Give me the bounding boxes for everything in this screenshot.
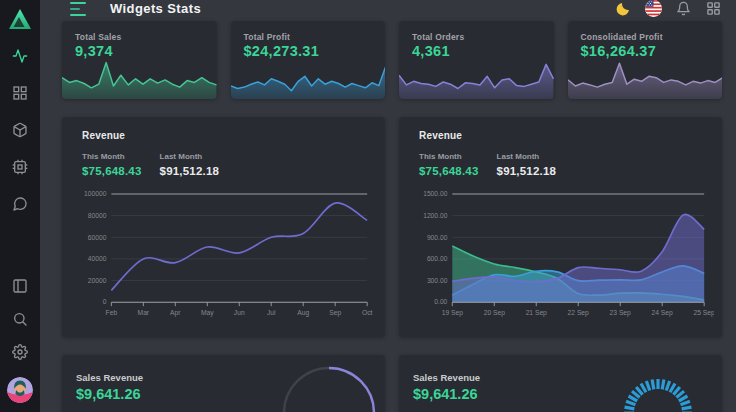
chat-icon[interactable] <box>12 196 28 212</box>
user-avatar[interactable] <box>7 377 33 403</box>
svg-text:80000: 80000 <box>88 212 107 219</box>
menu-icon[interactable] <box>70 2 88 16</box>
topbar: Widgets Stats <box>40 0 736 17</box>
svg-text:0: 0 <box>103 298 107 305</box>
consolidated-profit-sparkline <box>568 55 723 99</box>
search-icon[interactable] <box>12 311 28 327</box>
svg-text:23 Sep: 23 Sep <box>610 309 631 317</box>
sales-revenue-card-donut: Sales Revenue $9,641.26 <box>62 355 385 412</box>
svg-text:600.00: 600.00 <box>427 255 448 262</box>
metric-this-month: This Month $75,648.43 <box>419 152 479 177</box>
bell-icon[interactable] <box>675 0 692 17</box>
apps-icon[interactable] <box>705 0 722 17</box>
metric-last-month: Last Month $91,512.18 <box>160 152 220 177</box>
svg-text:Jun: Jun <box>234 309 245 316</box>
metric-this-month: This Month $75,648.43 <box>82 152 142 177</box>
card-title: Revenue <box>72 130 377 141</box>
svg-text:Jul: Jul <box>267 309 276 316</box>
svg-text:Apr: Apr <box>170 309 181 317</box>
stat-label: Total Orders <box>399 21 554 42</box>
revenue-card-daily: Revenue This Month $75,648.43 Last Month… <box>399 117 722 337</box>
svg-text:22 Sep: 22 Sep <box>568 309 589 317</box>
svg-text:900.00: 900.00 <box>427 234 448 241</box>
sales-revenue-card-gauge: Sales Revenue $9,641.26 <box>399 355 722 412</box>
gauge-chart <box>618 367 698 412</box>
metric-last-month: Last Month $91,512.18 <box>497 152 557 177</box>
svg-text:40000: 40000 <box>88 255 107 262</box>
svg-text:24 Sep: 24 Sep <box>652 309 673 317</box>
layout-icon[interactable] <box>12 278 28 294</box>
card-title: Revenue <box>409 130 714 141</box>
stat-card-total-profit: Total Profit $24,273.31 <box>231 21 386 99</box>
grid-icon[interactable] <box>12 85 28 101</box>
svg-text:1500.00: 1500.00 <box>423 190 447 197</box>
svg-text:Aug: Aug <box>297 309 309 317</box>
svg-text:May: May <box>201 309 214 317</box>
revenue-row: Revenue This Month $75,648.43 Last Month… <box>62 117 722 337</box>
stat-card-total-sales: Total Sales 9,374 <box>62 21 217 99</box>
svg-text:21 Sep: 21 Sep <box>526 309 547 317</box>
svg-text:1200.00: 1200.00 <box>423 212 447 219</box>
topbar-actions <box>615 0 722 17</box>
stat-card-consolidated-profit: Consolidated Profit $16,264.37 <box>568 21 723 99</box>
sidebar <box>0 0 40 412</box>
svg-text:19 Sep: 19 Sep <box>442 309 463 317</box>
stat-label: Total Profit <box>231 21 386 42</box>
stat-label: Consolidated Profit <box>568 21 723 42</box>
revenue-line-chart: 020000400006000080000100000FebMarAprMayJ… <box>72 181 377 329</box>
svg-text:60000: 60000 <box>88 234 107 241</box>
revenue-metrics: This Month $75,648.43 Last Month $91,512… <box>409 152 714 177</box>
us-flag-icon[interactable] <box>645 0 662 17</box>
svg-text:Mar: Mar <box>138 309 150 316</box>
svg-text:Sep: Sep <box>329 309 341 317</box>
cpu-icon[interactable] <box>12 159 28 175</box>
donut-chart <box>281 365 377 412</box>
stat-card-total-orders: Total Orders 4,361 <box>399 21 554 99</box>
page-title: Widgets Stats <box>110 1 201 16</box>
svg-text:100000: 100000 <box>84 190 107 197</box>
app-logo[interactable] <box>8 8 32 30</box>
stat-cards-row: Total Sales 9,374 Total Profit $24,273.3… <box>62 21 722 99</box>
total-orders-sparkline <box>399 55 554 99</box>
svg-text:Oct: Oct <box>362 309 373 316</box>
total-profit-sparkline <box>231 55 386 99</box>
sales-revenue-row: Sales Revenue $9,641.26 Sales Revenue $9… <box>62 355 722 412</box>
svg-text:300.00: 300.00 <box>427 277 448 284</box>
dashboard-app: Widgets Stats <box>0 0 736 412</box>
revenue-metrics: This Month $75,648.43 Last Month $91,512… <box>72 152 377 177</box>
svg-text:0.00: 0.00 <box>434 298 447 305</box>
moon-icon[interactable] <box>615 0 632 17</box>
package-icon[interactable] <box>12 122 28 138</box>
settings-icon[interactable] <box>12 344 28 360</box>
total-sales-sparkline <box>62 55 217 99</box>
main-area: Widgets Stats <box>40 0 736 412</box>
sidebar-bottom <box>7 278 33 403</box>
svg-text:20000: 20000 <box>88 277 107 284</box>
svg-text:20 Sep: 20 Sep <box>484 309 505 317</box>
svg-text:Feb: Feb <box>106 309 118 316</box>
revenue-area-chart: 0.00300.00600.00900.001200.001500.0019 S… <box>409 181 714 329</box>
stat-label: Total Sales <box>62 21 217 42</box>
content: Total Sales 9,374 Total Profit $24,273.3… <box>40 17 736 412</box>
sidebar-nav <box>12 48 28 212</box>
revenue-card-monthly: Revenue This Month $75,648.43 Last Month… <box>62 117 385 337</box>
activity-icon[interactable] <box>12 48 28 64</box>
svg-text:25 Sep: 25 Sep <box>694 309 714 317</box>
